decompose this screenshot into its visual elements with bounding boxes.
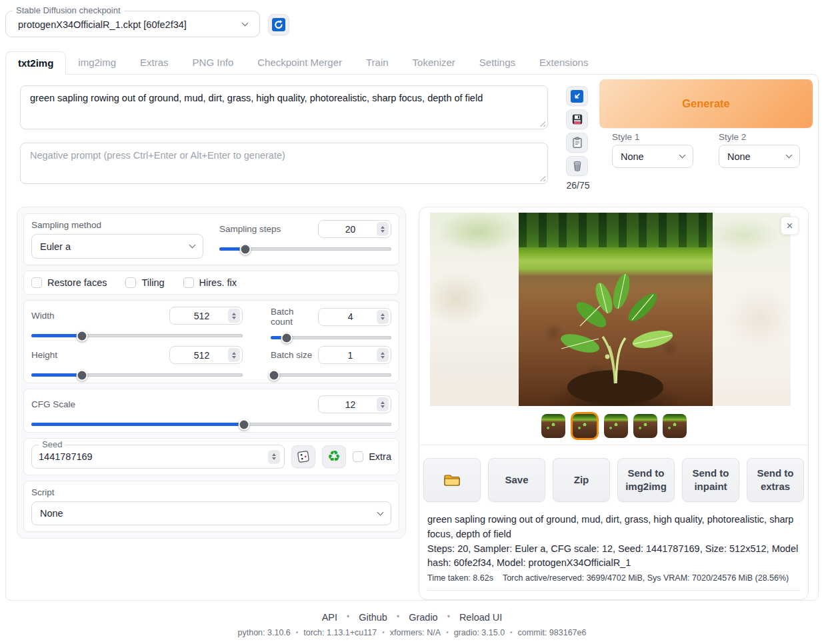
batch-count-input[interactable]: 4 (318, 308, 391, 326)
tab-train[interactable]: Train (354, 51, 401, 75)
paste-generation-params-button[interactable] (566, 86, 588, 106)
checkpoint-fieldset: Stable Diffusion checkpoint protogenX34O… (5, 11, 260, 37)
spinner-icon[interactable] (377, 397, 389, 411)
tiling-checkbox[interactable] (125, 277, 136, 288)
sd-webui: Stable Diffusion checkpoint protogenX34O… (0, 0, 824, 644)
commit-hash: commit: 983167e6 (518, 628, 587, 637)
tab-png-info[interactable]: PNG Info (181, 51, 246, 75)
style1-select[interactable]: None (612, 145, 693, 168)
extra-checkbox[interactable] (353, 451, 363, 462)
spinner-icon[interactable] (228, 309, 240, 323)
cfg-group: CFG Scale 12 (23, 389, 399, 433)
spinner-icon[interactable] (377, 310, 389, 324)
restore-faces-checkbox[interactable] (31, 277, 42, 288)
style2-select[interactable]: None (719, 145, 800, 168)
api-link[interactable]: API (322, 612, 337, 623)
extra-seed-option[interactable]: Extra (353, 451, 391, 462)
cfg-scale-label: CFG Scale (31, 399, 75, 409)
height-slider[interactable] (31, 373, 243, 377)
prompt-input[interactable]: green sapling rowing out of ground, mud,… (21, 86, 547, 129)
send-to-extras-button[interactable]: Send to extras (747, 458, 804, 502)
tab-extras[interactable]: Extras (128, 51, 181, 75)
send-to-img2img-button[interactable]: Send to img2img (617, 458, 675, 502)
save-button[interactable]: Save (488, 458, 545, 502)
width-slider[interactable] (31, 334, 243, 337)
chevron-down-icon (786, 152, 793, 159)
slider-thumb[interactable] (281, 332, 292, 343)
apply-style-button[interactable] (566, 133, 588, 153)
gradio-link[interactable]: Gradio (409, 612, 438, 623)
checkpoint-select[interactable]: protogenX34OfficialR_1.ckpt [60fe2f34] (10, 15, 255, 33)
batch-size-label: Batch size (271, 350, 312, 360)
dimensions-group: Width 512 Batch count 4 (23, 300, 399, 383)
slider-thumb[interactable] (269, 369, 280, 381)
tiling-option[interactable]: Tiling (125, 277, 164, 288)
tab-settings[interactable]: Settings (467, 51, 527, 75)
save-style-button[interactable] (566, 109, 588, 129)
refresh-checkpoints-button[interactable] (268, 14, 289, 35)
checkpoint-value: protogenX34OfficialR_1.ckpt [60fe2f34] (18, 19, 187, 30)
recycle-icon: ♻ (327, 449, 341, 464)
spinner-icon[interactable] (377, 222, 389, 236)
sampling-steps-slider[interactable] (219, 247, 391, 251)
random-seed-button[interactable] (291, 445, 315, 468)
height-input[interactable]: 512 (169, 346, 243, 364)
close-gallery-button[interactable]: × (781, 217, 799, 235)
save-style-icon (571, 113, 583, 125)
footer-versions: python: 3.10.6•torch: 1.13.1+cu117•xform… (0, 628, 824, 637)
generate-button[interactable]: Generate (599, 79, 813, 128)
chevron-down-icon (377, 509, 384, 515)
gallery-thumbnail-1[interactable] (541, 414, 565, 438)
clear-prompt-button[interactable] (566, 156, 588, 176)
sapling-illustration (519, 213, 713, 406)
sampling-steps-input[interactable]: 20 (318, 220, 391, 238)
send-to-inpaint-button[interactable]: Send to inpaint (682, 458, 739, 502)
width-input[interactable]: 512 (169, 307, 243, 325)
gallery-thumbnail-3[interactable] (604, 414, 628, 438)
restore-faces-option[interactable]: Restore faces (31, 277, 107, 288)
hires-fix-option[interactable]: Hires. fix (183, 277, 237, 288)
gallery-thumbnail-2-selected[interactable] (571, 412, 599, 440)
zip-button[interactable]: Zip (553, 458, 610, 502)
reload-ui-link[interactable]: Reload UI (459, 612, 502, 623)
torch-version: torch: 1.13.1+cu117 (303, 628, 377, 637)
generated-image[interactable] (519, 213, 713, 406)
negative-prompt-input[interactable] (21, 143, 547, 183)
gallery-thumbnail-4[interactable] (633, 414, 657, 438)
github-link[interactable]: Github (359, 612, 387, 623)
batch-count-slider[interactable] (271, 336, 391, 339)
height-label: Height (31, 350, 57, 360)
script-select[interactable]: None (31, 501, 391, 525)
tab-img2img[interactable]: img2img (66, 51, 128, 75)
slider-thumb[interactable] (77, 369, 88, 381)
slider-thumb[interactable] (239, 243, 251, 255)
reuse-seed-button[interactable]: ♻ (322, 445, 346, 468)
script-group: Script None (23, 481, 399, 532)
slider-thumb[interactable] (238, 419, 249, 430)
output-actions: Save Zip Send to img2img Send to inpaint… (419, 445, 808, 502)
style2-label: Style 2 (719, 132, 746, 142)
slider-thumb[interactable] (77, 330, 88, 341)
cfg-scale-input[interactable]: 12 (318, 395, 391, 413)
spinner-icon[interactable] (377, 348, 389, 362)
tab-checkpoint-merger[interactable]: Checkpoint Merger (245, 51, 354, 75)
spinner-icon[interactable] (228, 348, 240, 362)
style1-label: Style 1 (612, 132, 639, 142)
batch-size-input[interactable]: 1 (318, 346, 391, 364)
options-group: Restore faces Tiling Hires. fix (23, 271, 399, 295)
batch-size-slider[interactable] (271, 373, 391, 377)
seed-input[interactable]: 1441787169 (39, 451, 268, 462)
footer-links: API•Github•Gradio•Reload UI (0, 612, 824, 623)
script-label: Script (31, 487, 391, 497)
hires-fix-checkbox[interactable] (183, 277, 194, 288)
spinner-icon[interactable] (268, 450, 280, 464)
open-folder-button[interactable] (423, 458, 481, 502)
tab-extensions[interactable]: Extensions (527, 51, 600, 75)
image-strip (419, 213, 808, 406)
width-label: Width (31, 311, 55, 321)
sampling-method-select[interactable]: Euler a (31, 234, 203, 259)
gallery-thumbnail-5[interactable] (663, 414, 687, 438)
cfg-scale-slider[interactable] (31, 423, 391, 426)
tab-txt2img[interactable]: txt2img (5, 51, 66, 75)
tab-tokenizer[interactable]: Tokenizer (401, 51, 467, 75)
